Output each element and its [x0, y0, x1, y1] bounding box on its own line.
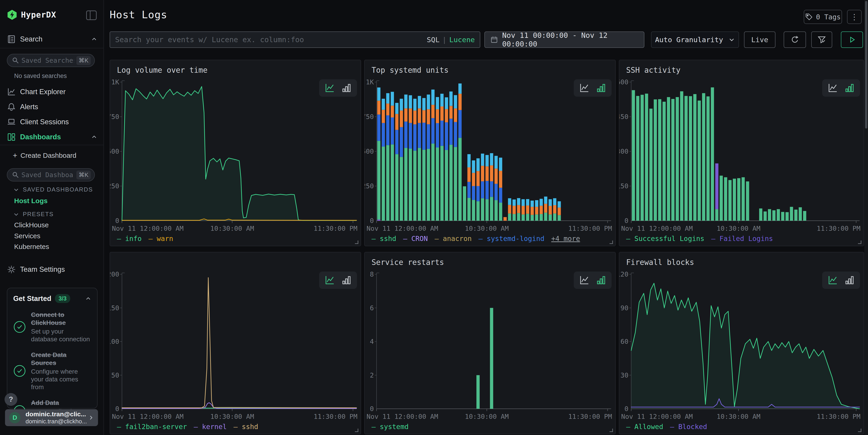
bar-mode-icon[interactable] [596, 275, 606, 285]
date-range-picker[interactable]: Nov 11 00:00:00 - Nov 12 00:00:00 [485, 31, 644, 48]
resize-handle-icon[interactable] [355, 241, 358, 244]
sidebar-item-team-settings[interactable]: Team Settings [7, 265, 65, 274]
sidebar-item-client-sessions[interactable]: Client Sessions [7, 117, 69, 127]
legend-item[interactable]: — warn [148, 235, 173, 243]
chart-legend[interactable]: — Allowed— Blocked [626, 423, 714, 431]
svg-text:300: 300 [619, 148, 628, 155]
saved-searches-input[interactable] [19, 57, 76, 64]
get-started-item-title: Create Data Sources [31, 351, 91, 367]
section-saved-dashboards[interactable]: SAVED DASHBOARDS [13, 186, 93, 193]
legend-item[interactable]: — Successful Logins [626, 235, 704, 243]
get-started-item[interactable]: Connect to ClickHouseSet up your databas… [13, 311, 91, 343]
legend-item[interactable]: — Failed Logins [711, 235, 773, 243]
line-mode-icon[interactable] [828, 83, 838, 93]
line-mode-icon[interactable] [579, 275, 589, 285]
language-separator: | [442, 36, 446, 44]
resize-handle-icon[interactable] [355, 429, 358, 432]
svg-text:150: 150 [110, 304, 119, 312]
saved-dashboards-search[interactable]: ⌘K [7, 168, 95, 182]
resize-handle-icon[interactable] [858, 429, 861, 432]
chart-legend[interactable]: — fail2ban-server— kernel— sshd [117, 423, 265, 431]
line-mode-icon[interactable] [579, 83, 589, 93]
chevron-down-icon [13, 187, 19, 193]
help-button[interactable]: ? [5, 393, 17, 406]
svg-text:Nov 11 12:00:00 AM: Nov 11 12:00:00 AM [621, 413, 693, 421]
check-circle-icon [13, 365, 26, 377]
bar-mode-icon[interactable] [341, 83, 351, 93]
bar-mode-icon[interactable] [844, 83, 855, 93]
sidebar-item-host-logs[interactable]: Host Logs [14, 197, 48, 205]
line-mode-icon[interactable] [324, 83, 335, 93]
panel-firewall-blocks: Firewall blocks 0306090120Nov 11 12:00:0… [619, 252, 864, 434]
resize-handle-icon[interactable] [610, 429, 613, 432]
resize-handle-icon[interactable] [858, 241, 861, 244]
run-query-button[interactable] [841, 31, 863, 48]
sidebar-item-kubernetes[interactable]: Kubernetes [14, 243, 49, 251]
sidebar-item-alerts[interactable]: Alerts [7, 102, 38, 112]
sidebar-item-search[interactable]: Search [7, 35, 97, 44]
event-search-input[interactable] [115, 35, 427, 44]
gear-icon [7, 265, 16, 274]
scrollbar-track[interactable] [864, 0, 868, 435]
legend-item[interactable]: — Blocked [670, 423, 707, 431]
legend-item[interactable]: — systemd-logind [478, 235, 544, 243]
service-restarts-chart: 02468Nov 11 12:00:00 AM10:30:00 AM11:30:… [365, 271, 615, 434]
svg-text:1K: 1K [111, 79, 119, 86]
filter-button[interactable] [811, 31, 832, 48]
refresh-button[interactable] [784, 31, 806, 48]
bar-mode-icon[interactable] [596, 83, 606, 93]
line-mode-icon[interactable] [324, 275, 335, 285]
legend-item[interactable]: — systemd [372, 423, 409, 431]
legend-item[interactable]: — kernel [194, 423, 227, 431]
user-menu[interactable]: D dominic.tran@clic... dominic.tran@clic… [5, 409, 98, 426]
chart-legend[interactable]: — Successful Logins— Failed Logins [626, 235, 780, 243]
live-button[interactable]: Live [744, 31, 775, 48]
sidebar-item-label: Team Settings [20, 266, 65, 274]
sidebar-item-label: Chart Explorer [20, 88, 66, 96]
svg-text:50: 50 [111, 371, 119, 379]
create-dashboard-button[interactable]: + Create Dashboard [13, 151, 76, 160]
resize-handle-icon[interactable] [610, 241, 613, 244]
collapse-sidebar-icon[interactable] [86, 10, 97, 20]
svg-text:11:30:00 PM: 11:30:00 PM [568, 224, 612, 232]
svg-text:120: 120 [619, 271, 628, 278]
chart-legend[interactable]: — info— warn [117, 235, 180, 243]
sql-toggle[interactable]: SQL [427, 36, 439, 44]
bar-mode-icon[interactable] [341, 275, 351, 285]
section-presets[interactable]: PRESETS [13, 211, 54, 218]
legend-item[interactable]: — CRON [403, 235, 428, 243]
sidebar: HyperDX Search ⌘K No saved searches Char… [0, 0, 104, 435]
hyperdx-logo-icon [7, 9, 17, 20]
granularity-select[interactable]: Auto Granularity [651, 31, 739, 48]
svg-text:11:30:00 PM: 11:30:00 PM [314, 224, 358, 232]
bar-mode-icon[interactable] [844, 275, 855, 285]
legend-item[interactable]: — sshd [372, 235, 396, 243]
kebab-menu-button[interactable]: ⋮ [847, 10, 862, 24]
chart-legend[interactable]: — systemd [372, 423, 415, 431]
sidebar-item-dashboards[interactable]: Dashboards [7, 132, 97, 142]
svg-text:10:30:00 AM: 10:30:00 AM [465, 413, 509, 421]
saved-dashboards-input[interactable] [19, 171, 76, 179]
tags-label: 0 Tags [816, 13, 841, 21]
saved-searches-search[interactable]: ⌘K [7, 54, 95, 67]
svg-text:100: 100 [110, 338, 119, 345]
tags-button[interactable]: 0 Tags [804, 10, 842, 24]
sidebar-item-services[interactable]: Services [14, 232, 40, 240]
legend-item[interactable]: — fail2ban-server [117, 423, 187, 431]
sidebar-item-chart-explorer[interactable]: Chart Explorer [7, 87, 66, 96]
get-started-item-desc: Configure where your data comes from [31, 368, 91, 391]
legend-item[interactable]: — anacron [435, 235, 472, 243]
chevron-up-icon[interactable] [85, 296, 91, 302]
create-dashboard-label: Create Dashboard [21, 152, 76, 159]
line-mode-icon[interactable] [828, 275, 838, 285]
legend-item[interactable]: — sshd [234, 423, 258, 431]
chart-legend[interactable]: — sshd— CRON— anacron— systemd-logind+4 … [372, 235, 580, 243]
get-started-item[interactable]: Create Data SourcesConfigure where your … [13, 351, 91, 391]
scrollbar-thumb[interactable] [865, 1, 867, 129]
legend-item[interactable]: — info [117, 235, 142, 243]
sidebar-item-clickhouse[interactable]: ClickHouse [14, 221, 49, 229]
legend-more[interactable]: +4 more [551, 235, 580, 243]
legend-item[interactable]: — Allowed [626, 423, 663, 431]
svg-text:200: 200 [110, 271, 119, 278]
lucene-toggle[interactable]: Lucene [449, 36, 475, 44]
